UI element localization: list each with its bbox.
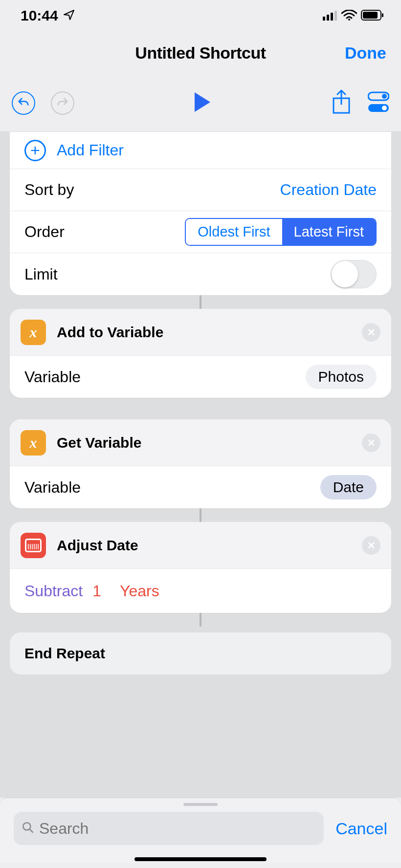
order-label: Order bbox=[24, 223, 65, 241]
svg-line-14 bbox=[29, 829, 33, 832]
add-to-variable-card: x Add to Variable ✕ Variable Photos bbox=[10, 309, 391, 398]
action-header: x Add to Variable ✕ bbox=[10, 309, 391, 356]
action-title: Get Variable bbox=[57, 434, 362, 451]
search-panel: Cancel bbox=[0, 798, 401, 863]
grabber-handle[interactable] bbox=[183, 803, 218, 806]
svg-rect-3 bbox=[334, 11, 337, 21]
connector bbox=[200, 613, 201, 627]
variable-row: Variable Photos bbox=[10, 356, 391, 398]
search-field[interactable] bbox=[14, 812, 324, 845]
end-repeat-label: End Repeat bbox=[24, 645, 105, 662]
limit-row: Limit bbox=[10, 253, 391, 295]
action-title: Adjust Date bbox=[57, 537, 362, 554]
sort-by-label: Sort by bbox=[24, 181, 74, 199]
settings-toggle-button[interactable] bbox=[368, 91, 389, 115]
play-button[interactable] bbox=[193, 91, 212, 115]
remove-action-button[interactable]: ✕ bbox=[362, 434, 380, 452]
workflow-canvas: + Add Filter Sort by Creation Date Order… bbox=[0, 132, 401, 798]
order-latest-first[interactable]: Latest First bbox=[282, 219, 376, 245]
action-header: Adjust Date ✕ bbox=[10, 522, 391, 569]
header: Untitled Shortcut Done bbox=[0, 31, 401, 74]
variable-icon: x bbox=[21, 430, 46, 456]
search-input[interactable] bbox=[39, 820, 316, 838]
sort-by-value[interactable]: Creation Date bbox=[280, 181, 377, 199]
connector bbox=[200, 295, 201, 309]
action-header: x Get Variable ✕ bbox=[10, 419, 391, 466]
adjust-unit[interactable]: Years bbox=[120, 582, 159, 600]
adjust-operation[interactable]: Subtract bbox=[24, 582, 83, 600]
svg-rect-1 bbox=[327, 15, 329, 21]
connector bbox=[200, 508, 201, 522]
limit-toggle[interactable] bbox=[331, 260, 377, 288]
order-row: Order Oldest First Latest First bbox=[10, 211, 391, 253]
svg-point-12 bbox=[382, 106, 387, 110]
undo-button[interactable] bbox=[12, 91, 35, 115]
action-title: Add to Variable bbox=[57, 324, 362, 341]
variable-icon: x bbox=[21, 320, 46, 345]
page-title: Untitled Shortcut bbox=[135, 43, 266, 63]
svg-point-4 bbox=[348, 19, 350, 21]
limit-label: Limit bbox=[24, 265, 58, 283]
battery-icon bbox=[361, 7, 384, 24]
get-variable-card: x Get Variable ✕ Variable Date bbox=[10, 419, 391, 508]
adjust-amount[interactable]: 1 bbox=[92, 582, 101, 600]
status-bar: 10:44 bbox=[0, 0, 401, 31]
share-button[interactable] bbox=[331, 89, 352, 117]
variable-label: Variable bbox=[24, 478, 81, 497]
done-button[interactable]: Done bbox=[345, 43, 386, 63]
status-time: 10:44 bbox=[21, 7, 58, 24]
svg-rect-7 bbox=[382, 13, 383, 17]
sort-by-row[interactable]: Sort by Creation Date bbox=[10, 169, 391, 211]
wifi-icon bbox=[341, 7, 357, 24]
plus-icon: + bbox=[24, 140, 46, 161]
filter-action-card: + Add Filter Sort by Creation Date Order… bbox=[10, 132, 391, 295]
adjust-params-row: Subtract 1 Years bbox=[10, 569, 391, 613]
variable-label: Variable bbox=[24, 368, 81, 386]
order-segmented-control[interactable]: Oldest First Latest First bbox=[185, 218, 377, 246]
remove-action-button[interactable]: ✕ bbox=[362, 536, 380, 555]
end-repeat-block: End Repeat bbox=[10, 632, 391, 674]
add-filter-button[interactable]: + Add Filter bbox=[10, 132, 391, 169]
toolbar bbox=[0, 74, 401, 132]
variable-value-pill[interactable]: Date bbox=[320, 475, 377, 499]
add-filter-label: Add Filter bbox=[57, 141, 124, 159]
svg-point-10 bbox=[382, 94, 387, 99]
cancel-button[interactable]: Cancel bbox=[335, 819, 387, 838]
svg-rect-0 bbox=[323, 17, 325, 21]
svg-rect-2 bbox=[331, 13, 333, 21]
order-oldest-first[interactable]: Oldest First bbox=[186, 219, 282, 245]
search-icon bbox=[22, 821, 34, 836]
variable-row: Variable Date bbox=[10, 466, 391, 508]
location-icon bbox=[63, 7, 75, 24]
variable-value-pill[interactable]: Photos bbox=[306, 365, 377, 389]
adjust-date-card: Adjust Date ✕ Subtract 1 Years bbox=[10, 522, 391, 613]
remove-action-button[interactable]: ✕ bbox=[362, 323, 380, 342]
cellular-icon bbox=[323, 7, 337, 24]
svg-rect-6 bbox=[363, 12, 378, 19]
redo-button[interactable] bbox=[51, 91, 74, 115]
home-indicator[interactable] bbox=[134, 857, 267, 861]
calendar-icon bbox=[21, 533, 46, 558]
